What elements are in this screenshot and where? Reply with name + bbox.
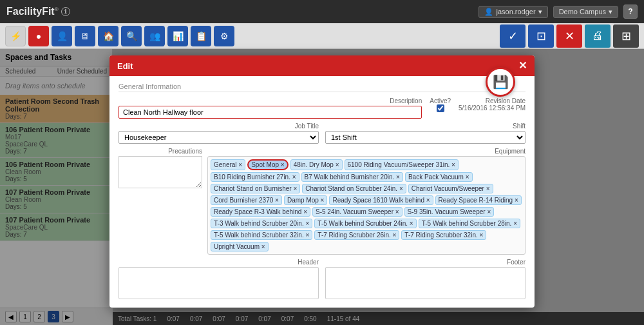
equipment-tag[interactable]: T-7 Riding Scrubber 32in. ×: [401, 230, 486, 240]
save-button[interactable]: 💾: [486, 67, 515, 97]
equipment-tag[interactable]: T-5 Walk behind Scrubber 24in. ×: [314, 219, 416, 228]
modal-close-button[interactable]: ✕: [518, 61, 527, 71]
equipment-tag[interactable]: General ×: [211, 159, 245, 170]
job-title-select[interactable]: Housekeeper: [118, 131, 319, 144]
icon-toolbar: ⚡ ● 👤 🖥 🏠 🔍 👥 📊 📋 ⚙ ✓ ⊡ ✕ 🖨 ⊞: [0, 23, 644, 49]
toolbar-home-icon[interactable]: 🏠: [98, 26, 118, 46]
equipment-tag[interactable]: B7 Walk behind Burnisher 20in. ×: [301, 172, 403, 182]
revision-label: Revision Date: [486, 97, 526, 104]
toolbar-lightning-icon[interactable]: ⚡: [5, 26, 26, 46]
equipment-tag[interactable]: Back Pack Vacuum ×: [405, 172, 473, 182]
equipment-tag[interactable]: S-5 24in. Vacuum Sweeper ×: [312, 207, 402, 217]
header-label: Header: [118, 259, 319, 266]
equipment-tag[interactable]: T-7 Riding Scrubber 26in. ×: [314, 230, 399, 240]
campus-dropdown-icon: ▾: [609, 8, 612, 16]
user-dropdown-icon: ▾: [538, 8, 542, 16]
top-nav: FacilityFit® ℹ 👤 jason.rodger ▾ Demo Cam…: [0, 0, 644, 23]
equipment-tag[interactable]: Ready Space 1610 Walk behind ×: [329, 195, 433, 205]
campus-label: Demo Campus: [559, 8, 606, 15]
modal-title: Edit: [117, 61, 133, 71]
precautions-label: Precautions: [118, 148, 202, 155]
job-title-label: Job Title: [118, 123, 319, 130]
equipment-tag[interactable]: Cord Burnisher 2370 ×: [211, 195, 282, 205]
action-buttons: ✓ ⊡ ✕ 🖨 ⊞: [500, 25, 639, 48]
user-info[interactable]: 👤 jason.rodger ▾: [478, 6, 547, 18]
toolbar-search-icon[interactable]: 🔍: [121, 26, 142, 46]
header-footer-row: Header Footer: [118, 259, 526, 301]
job-shift-row: Job Title Housekeeper Shift 1st Shift: [118, 123, 526, 144]
grid-button[interactable]: ⊞: [613, 25, 639, 48]
equipment-tag[interactable]: Ready Space R-3 Walk behind ×: [211, 207, 310, 217]
edit-modal: 💾 Edit ✕ General Information Description: [109, 55, 535, 308]
main-content: Spaces and Tasks Scheduled Under Schedul…: [0, 49, 644, 325]
equipment-tag[interactable]: Spot Mop ×: [247, 159, 288, 170]
modal-overlay: 💾 Edit ✕ General Information Description: [0, 49, 644, 325]
checkmark-button[interactable]: ✓: [500, 25, 526, 48]
toolbar-monitor-icon[interactable]: 🖥: [75, 26, 95, 46]
print-button[interactable]: 🖨: [585, 25, 611, 48]
equipment-tag[interactable]: B10 Riding Burnisher 27in. ×: [211, 172, 299, 182]
equipment-tags-container: General ×Spot Mop ×48in. Dry Mop ×6100 R…: [207, 156, 526, 255]
equipment-tag[interactable]: 6100 Riding Vacuum/Sweeper 31in. ×: [345, 159, 459, 170]
general-info-section-title: General Information: [118, 83, 526, 92]
equipment-tag[interactable]: Chariot Stand on Burnisher ×: [211, 184, 300, 193]
campus-selector[interactable]: Demo Campus ▾: [553, 6, 618, 18]
toolbar-chart-icon[interactable]: 📊: [167, 26, 188, 46]
equipment-tag[interactable]: Upright Vacuum ×: [211, 242, 269, 251]
revision-date: 5/16/2016 12:56:34 PM: [459, 104, 526, 112]
footer-textarea[interactable]: [325, 267, 526, 299]
top-right-nav: 👤 jason.rodger ▾ Demo Campus ▾ ?: [478, 5, 638, 19]
active-checkbox[interactable]: [437, 104, 444, 112]
username: jason.rodger: [496, 8, 535, 15]
user-icon: 👤: [484, 8, 493, 16]
equipment-tag[interactable]: Chariot Vacuum/Sweeper ×: [408, 184, 493, 193]
description-input[interactable]: [118, 106, 422, 119]
header-textarea[interactable]: [118, 267, 319, 299]
equipment-tag[interactable]: 48in. Dry Mop ×: [290, 159, 343, 170]
nav-button[interactable]: ⊡: [528, 25, 554, 48]
shift-label: Shift: [325, 123, 526, 130]
footer-label: Footer: [325, 259, 526, 266]
toolbar-gear-icon[interactable]: ⚙: [214, 26, 234, 46]
save-icon: 💾: [493, 74, 509, 90]
equipment-tag[interactable]: T-3 Walk behind Scrubber 20in. ×: [211, 219, 312, 228]
equipment-tag[interactable]: T-5 Walk behind Scrubber 28in. ×: [419, 219, 520, 228]
logo-text: FacilityFit®: [6, 6, 59, 17]
close-action-button[interactable]: ✕: [556, 25, 582, 48]
equipment-tag[interactable]: Chariot Stand on Scrubber 24in. ×: [302, 184, 406, 193]
shift-select[interactable]: 1st Shift: [325, 131, 526, 144]
app-logo: FacilityFit® ℹ: [6, 6, 70, 17]
info-icon[interactable]: ℹ: [61, 7, 70, 16]
help-button[interactable]: ?: [623, 5, 638, 19]
job-title-col: Job Title Housekeeper: [118, 123, 319, 144]
precautions-textarea[interactable]: [118, 156, 202, 188]
active-label: Active?: [430, 97, 451, 104]
modal-body: General Information Description Active? …: [109, 76, 535, 308]
shift-col: Shift 1st Shift: [325, 123, 526, 144]
header-section: Header: [118, 259, 319, 301]
equipment-tag[interactable]: Damp Mop ×: [284, 195, 328, 205]
equipment-label: Equipment: [207, 148, 526, 155]
toolbar-user-icon[interactable]: 👤: [52, 26, 72, 46]
equipment-tag[interactable]: T-5 Walk behind Scrubber 32in. ×: [211, 230, 312, 240]
toolbar-users-icon[interactable]: 👥: [144, 26, 165, 46]
toolbar-clipboard-icon[interactable]: 📋: [191, 26, 211, 46]
equipment-tag[interactable]: Ready Space R-14 Riding ×: [435, 195, 522, 205]
footer-section: Footer: [325, 259, 526, 301]
toolbar-red-icon[interactable]: ●: [28, 26, 49, 46]
description-label: Description: [118, 97, 422, 104]
equipment-tag[interactable]: S-9 35in. Vacuum Sweeper ×: [404, 207, 495, 217]
modal-header: Edit ✕: [109, 55, 535, 76]
